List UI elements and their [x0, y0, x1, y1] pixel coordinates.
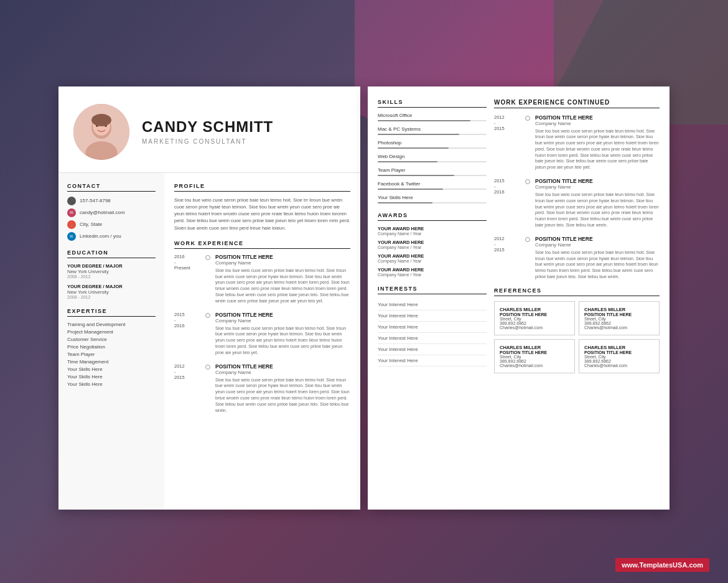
edu-item-2: YOUR DEGREE / MAJOR New York University … — [67, 284, 156, 299]
expertise-item: Your Skills Here — [67, 366, 156, 372]
skill-item: Your Skills Here — [378, 195, 487, 203]
email-text: candy@hotmail.com — [80, 210, 125, 215]
contact-phone: 📞 157-547-8798 — [67, 197, 156, 205]
ref-email: Charles@hotmail.com — [500, 363, 569, 368]
edu-year-1: 2008 - 2012 — [67, 274, 156, 279]
edu-school-2: New York University — [67, 289, 156, 295]
work-title: POSITION TITLE HERE — [535, 236, 660, 242]
skill-fill — [378, 175, 454, 176]
expertise-section-title: EXPERTISE — [67, 308, 156, 317]
ref-phone: 389.892.6862 — [500, 321, 569, 325]
skill-fill — [378, 120, 470, 121]
skill-name: Your Skills Here — [378, 195, 487, 200]
reference-card: CHARLES MILLER POSITION TITLE HERE Stree… — [579, 301, 660, 335]
work-title: POSITION TITLE HERE — [535, 178, 660, 184]
work-experience-section-title: WORK EXPERIENCE — [174, 240, 350, 249]
contact-email: ✉ candy@hotmail.com — [67, 208, 156, 217]
awards-list: YOUR AWARD HERE Company Name / Year YOUR… — [378, 226, 487, 277]
work-company: Company Name — [535, 121, 660, 126]
skill-item: Photoshop — [378, 140, 487, 149]
edu-degree-1: YOUR DEGREE / MAJOR — [67, 263, 156, 269]
award-subtitle: Company Name / Year — [378, 231, 487, 236]
work-item: 2016 - Present POSITION TITLE HERE Compa… — [174, 254, 350, 304]
svg-point-6 — [91, 114, 111, 126]
award-title: YOUR AWARD HERE — [378, 253, 487, 259]
ref-email: Charles@hotmail.com — [500, 325, 569, 330]
award-title: YOUR AWARD HERE — [378, 267, 487, 273]
ref-name: CHARLES MILLER — [584, 345, 654, 350]
work-details: POSITION TITLE HERE Company Name Sioe to… — [535, 178, 660, 228]
page1-body: CONTACT 📞 157-547-8798 ✉ candy@hotmail.c… — [58, 173, 360, 510]
skill-bar — [378, 134, 487, 135]
skill-name: Facebook & Twitter — [378, 181, 487, 187]
interest-item: Your Interest Here — [378, 299, 487, 310]
header-info: CANDY SCHMITT MARKETING CONSULTANT — [142, 118, 345, 145]
skill-bar — [378, 189, 487, 190]
ref-position: POSITION TITLE HERE — [584, 312, 654, 317]
award-title: YOUR AWARD HERE — [378, 226, 487, 231]
candidate-name: CANDY SCHMITT — [142, 118, 345, 136]
work-details: POSITION TITLE HERE Company Name Sioe to… — [215, 312, 350, 356]
candidate-title: MARKETING CONSULTANT — [142, 138, 345, 145]
skill-name: Photoshop — [378, 140, 487, 146]
work-items-page2: 2012 - 2015 POSITION TITLE HERE Company … — [494, 114, 660, 280]
ref-email: Charles@hotmail.com — [584, 325, 654, 330]
expertise-item: Customer Service — [67, 337, 156, 342]
work-year: 2012 - 2015 — [494, 114, 520, 131]
work-title: POSITION TITLE HERE — [535, 114, 660, 121]
work-details: POSITION TITLE HERE Company Name Sioe to… — [215, 254, 350, 304]
reference-card: CHARLES MILLER POSITION TITLE HERE Stree… — [494, 339, 575, 373]
work-desc: Sioe tou bue weio cuoe seron priioe baie… — [535, 250, 660, 280]
reference-card: CHARLES MILLER POSITION TITLE HERE Stree… — [579, 339, 660, 373]
skill-bar — [378, 147, 487, 149]
skill-name: Team Player — [378, 167, 487, 173]
profile-section-title: PROFILE — [174, 183, 350, 192]
skill-bar — [378, 202, 487, 203]
skill-fill — [378, 161, 437, 162]
work-title: POSITION TITLE HERE — [215, 312, 350, 318]
work-dot — [205, 313, 210, 318]
award-item: YOUR AWARD HERE Company Name / Year — [378, 253, 487, 263]
page2-right-column: WORK EXPERIENCE CONTINUED 2012 - 2015 PO… — [494, 99, 660, 497]
interest-item: Your Interest Here — [378, 322, 487, 333]
edu-school-1: New York University — [67, 269, 156, 274]
work-year: 2015 - 2016 — [174, 312, 200, 329]
skill-fill — [378, 147, 449, 149]
education-section-title: EDUCATION — [67, 250, 156, 258]
ref-street: Street, City — [584, 355, 654, 359]
resume-container: CANDY SCHMITT MARKETING CONSULTANT CONTA… — [58, 86, 670, 510]
ref-name: CHARLES MILLER — [500, 345, 569, 350]
work-dot — [525, 116, 530, 121]
references-section-title: REFERENCES — [494, 287, 660, 296]
expertise-list: Training and DevelopmentProject Manageme… — [67, 322, 156, 387]
skills-list: Microsoft Office Mac & PC Systems Photos… — [378, 113, 487, 203]
location-text: City, State — [80, 222, 102, 227]
skill-fill — [378, 189, 443, 190]
interest-item: Your Interest Here — [378, 355, 487, 366]
reference-card: CHARLES MILLER POSITION TITLE HERE Stree… — [494, 301, 575, 335]
expertise-item: Team Player — [67, 352, 156, 357]
linkedin-text: Linkedin.com / you — [80, 233, 121, 239]
skill-bar — [378, 120, 487, 121]
skill-name: Web Design — [378, 154, 487, 159]
expertise-item: Your Skills Here — [67, 381, 156, 387]
ref-phone: 389.892.6862 — [584, 321, 654, 325]
interests-section-title: INTERESTS — [378, 286, 487, 294]
watermark: www.TemplatesUSA.com — [615, 558, 709, 572]
work-details: POSITION TITLE HERE Company Name Sioe to… — [535, 236, 660, 280]
interests-list: Your Interest HereYour Interest HereYour… — [378, 299, 487, 366]
award-item: YOUR AWARD HERE Company Name / Year — [378, 226, 487, 236]
work-details: POSITION TITLE HERE Company Name Sioe to… — [535, 114, 660, 171]
award-subtitle: Company Name / Year — [378, 273, 487, 277]
skill-fill — [378, 202, 432, 203]
award-title: YOUR AWARD HERE — [378, 240, 487, 245]
ref-email: Charles@hotmail.com — [584, 363, 654, 368]
interest-item: Your Interest Here — [378, 344, 487, 355]
avatar — [73, 104, 129, 160]
work-year: 2016 - Present — [174, 254, 200, 271]
work-dot — [525, 179, 530, 184]
work-desc: Sioe tou bue weio cuoe seron priioe baie… — [215, 377, 350, 414]
resume-page-1: CANDY SCHMITT MARKETING CONSULTANT CONTA… — [58, 86, 360, 510]
page1-header: CANDY SCHMITT MARKETING CONSULTANT — [58, 86, 360, 173]
work-item-continued: 2012 - 2015 POSITION TITLE HERE Company … — [494, 236, 660, 280]
